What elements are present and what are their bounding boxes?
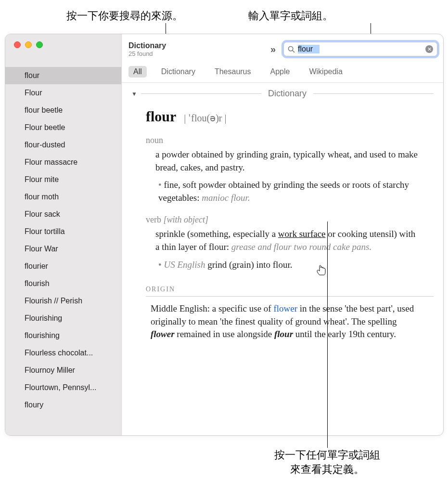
window-title: Dictionary xyxy=(128,41,263,50)
list-item[interactable]: Flour xyxy=(5,84,121,102)
list-item[interactable]: floury xyxy=(5,396,121,414)
callout-search: 輸入單字或詞組。 xyxy=(248,9,333,23)
list-item[interactable]: flour-dusted xyxy=(5,136,121,154)
list-item[interactable]: Flour tortilla xyxy=(5,223,121,240)
svg-point-0 xyxy=(288,46,293,51)
list-item[interactable]: Flourless chocolat... xyxy=(5,344,121,362)
search-icon xyxy=(288,46,295,53)
list-item[interactable]: flourishing xyxy=(5,327,121,344)
callout-source: 按一下你要搜尋的來源。 xyxy=(66,9,183,23)
list-item[interactable]: Flourtown, Pennsyl... xyxy=(5,379,121,396)
list-item[interactable]: flourish xyxy=(5,275,121,292)
part-of-speech-verb: verb [with object] xyxy=(146,215,434,225)
callout-click-word: 按一下任何單字或詞組 來查看其定義。 xyxy=(217,448,438,477)
cross-reference-link[interactable]: work surface xyxy=(278,229,326,239)
source-tab-wikipedia[interactable]: Wikipedia xyxy=(304,66,347,78)
search-field[interactable]: ✕ xyxy=(283,42,437,56)
part-of-speech-noun: noun xyxy=(146,135,434,145)
headword: flour xyxy=(146,108,176,125)
result-count: 25 found xyxy=(128,50,263,57)
list-item[interactable]: Flour massacre xyxy=(5,154,121,171)
list-item[interactable]: Flour mite xyxy=(5,171,121,188)
list-item[interactable]: Flourish // Perish xyxy=(5,292,121,310)
definition-content: ▼ Dictionary flour | ˈflou(ə)r | noun a … xyxy=(122,83,443,435)
dictionary-window: flourFlourflour beetleFlour beetleflour-… xyxy=(5,34,444,436)
close-button[interactable] xyxy=(14,41,21,48)
window-controls xyxy=(5,34,121,57)
results-list: flourFlourflour beetleFlour beetleflour-… xyxy=(5,57,121,435)
origin-header: ORIGIN xyxy=(146,286,434,297)
source-tab-all[interactable]: All xyxy=(128,66,147,78)
title-block: Dictionary 25 found xyxy=(128,41,263,57)
list-item[interactable]: Flour beetle xyxy=(5,119,121,136)
section-label: Dictionary xyxy=(261,89,313,99)
disclosure-triangle-icon[interactable]: ▼ xyxy=(131,91,137,97)
list-item[interactable]: Flourishing xyxy=(5,310,121,327)
headword-row: flour | ˈflou(ə)r | xyxy=(146,108,434,125)
list-item[interactable]: flourier xyxy=(5,258,121,275)
toolbar: Dictionary 25 found » ✕ xyxy=(122,34,443,63)
svg-line-1 xyxy=(293,50,294,52)
list-item[interactable]: Flour sack xyxy=(5,206,121,223)
source-tab-thesaurus[interactable]: Thesaurus xyxy=(210,66,256,78)
noun-sub-definition[interactable]: fine, soft powder obtained by grinding t… xyxy=(158,179,419,204)
noun-definition[interactable]: a powder obtained by grinding grain, typ… xyxy=(155,148,419,174)
section-header: ▼ Dictionary xyxy=(131,89,434,99)
grammatical-note: [with object] xyxy=(163,215,208,224)
list-item[interactable]: flour moth xyxy=(5,188,121,206)
overflow-chevron-icon[interactable]: » xyxy=(268,44,279,55)
list-item[interactable]: flour xyxy=(5,67,121,84)
region-label: US English xyxy=(164,260,205,270)
clear-search-button[interactable]: ✕ xyxy=(425,45,433,53)
main-pane: Dictionary 25 found » ✕ AllDictionaryThe… xyxy=(122,34,443,435)
list-item[interactable]: flour beetle xyxy=(5,102,121,119)
sidebar: flourFlourflour beetleFlour beetleflour-… xyxy=(5,34,122,435)
source-tab-apple[interactable]: Apple xyxy=(266,66,295,78)
list-item[interactable]: Flournoy Miller xyxy=(5,362,121,379)
example-text: manioc flour. xyxy=(202,193,250,203)
pronunciation: | ˈflou(ə)r | xyxy=(184,112,226,124)
list-item[interactable]: Flour War xyxy=(5,240,121,258)
verb-sub-definition[interactable]: US English grind (grain) into flour. xyxy=(158,259,419,272)
search-input[interactable] xyxy=(298,45,425,53)
origin-text[interactable]: Middle English: a specific use of flower… xyxy=(151,302,419,341)
callout-line xyxy=(327,222,328,448)
minimize-button[interactable] xyxy=(25,41,32,48)
verb-definition[interactable]: sprinkle (something, especially a work s… xyxy=(155,228,419,253)
fullscreen-button[interactable] xyxy=(36,41,43,48)
source-tab-dictionary[interactable]: Dictionary xyxy=(156,66,200,78)
origin-cross-ref[interactable]: flower xyxy=(273,303,297,313)
source-tabs: AllDictionaryThesaurusAppleWikipedia xyxy=(122,63,443,83)
example-text: grease and flour two round cake pans. xyxy=(231,242,372,252)
